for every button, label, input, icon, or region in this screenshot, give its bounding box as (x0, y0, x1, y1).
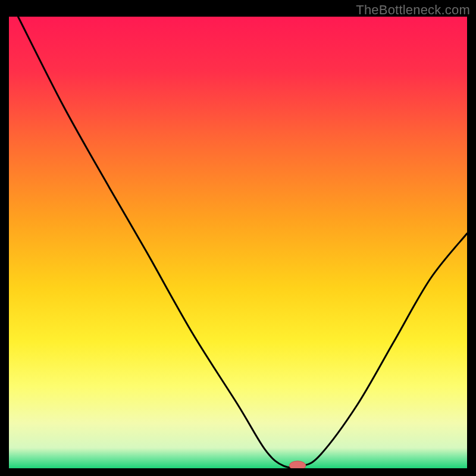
gradient-background (9, 17, 467, 468)
chart-frame: TheBottleneck.com (0, 0, 476, 476)
bottleneck-chart (9, 17, 467, 468)
attribution-watermark: TheBottleneck.com (356, 2, 470, 18)
optimal-marker (289, 461, 306, 468)
